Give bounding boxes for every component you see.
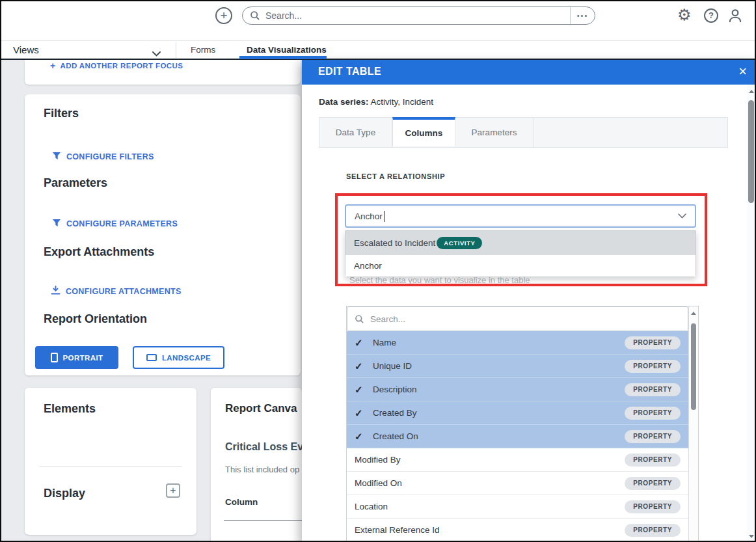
edit-table-title: EDIT TABLE — [318, 66, 381, 77]
elements-heading: Elements — [44, 402, 96, 416]
landscape-icon — [146, 354, 157, 361]
data-series-value: Activity, Incident — [369, 97, 434, 107]
property-badge: PROPERTY — [625, 383, 681, 396]
relationship-dropdown-menu: Escalated to Incident ACTIVITY Anchor — [345, 230, 696, 277]
panel-scrollbar[interactable] — [747, 85, 756, 542]
settings-gear-icon[interactable]: ⚙ — [677, 6, 692, 24]
property-badge: PROPERTY — [625, 454, 681, 467]
elements-divider — [39, 466, 182, 467]
help-icon[interactable]: ? — [704, 8, 718, 23]
column-row-modified-by[interactable]: Modified By PROPERTY — [347, 448, 688, 472]
panel-scrollbar-thumb[interactable] — [748, 100, 754, 203]
filter-funnel-icon — [52, 152, 61, 162]
report-canvas-heading: Report Canva — [225, 402, 297, 415]
column-search[interactable] — [347, 306, 688, 331]
global-search[interactable]: ••• — [242, 7, 595, 25]
option-escalated-to-incident[interactable]: Escalated to Incident ACTIVITY — [345, 231, 695, 255]
elements-card: Elements Display + — [25, 388, 196, 535]
report-canvas-card: Report Canva Critical Loss Ev This list … — [211, 388, 302, 542]
user-avatar-icon[interactable] — [727, 7, 744, 27]
check-icon: ✓ — [355, 431, 373, 442]
report-orientation-heading: Report Orientation — [44, 312, 147, 326]
check-icon: ✓ — [355, 337, 373, 349]
filters-heading: Filters — [44, 107, 79, 120]
add-report-focus-link[interactable]: + ADD ANOTHER REPORT FOCUS — [50, 61, 183, 71]
activity-badge: ACTIVITY — [437, 237, 482, 249]
plus-icon: + — [50, 61, 56, 71]
nav-divider — [176, 42, 176, 58]
configure-attachments-label: CONFIGURE ATTACHMENTS — [66, 287, 182, 296]
property-badge: PROPERTY — [625, 430, 681, 443]
tab-data-visualizations[interactable]: Data Visualizations — [247, 45, 327, 55]
configure-attachments-link[interactable]: CONFIGURE ATTACHMENTS — [51, 286, 182, 297]
tab-data-type[interactable]: Data Type — [319, 118, 392, 147]
portrait-button[interactable]: PORTRAIT — [35, 346, 118, 369]
row-label: Description — [373, 385, 417, 394]
export-attachments-heading: Export Attachments — [44, 245, 154, 259]
relationship-combobox[interactable]: Anchor — [345, 204, 696, 228]
report-canvas-clip: Report Canva Critical Loss Ev This list … — [211, 388, 302, 542]
check-icon: ✓ — [355, 384, 373, 396]
ellipsis-icon: ••• — [577, 12, 589, 20]
search-icon — [355, 314, 364, 324]
edit-table-header: EDIT TABLE × — [302, 60, 756, 85]
data-series-label: Data series: — [319, 97, 369, 107]
property-badge: PROPERTY — [625, 524, 681, 537]
canvas-report-subtitle: This list included op — [225, 465, 299, 474]
tab-columns[interactable]: Columns — [392, 117, 455, 146]
plus-icon: + — [170, 485, 176, 496]
list-scrollbar-thumb[interactable] — [691, 323, 696, 410]
edit-table-tabs: Data Type Columns Parameters — [319, 117, 728, 148]
filter-funnel-icon — [52, 219, 61, 229]
row-label: External Reference Id — [355, 525, 440, 535]
search-input[interactable] — [265, 10, 570, 21]
configure-parameters-link[interactable]: CONFIGURE PARAMETERS — [52, 219, 178, 229]
data-series-line: Data series: Activity, Incident — [319, 97, 433, 107]
scroll-down-icon[interactable] — [749, 535, 754, 538]
column-row-unique-id[interactable]: ✓ Unique ID PROPERTY — [347, 355, 688, 378]
search-more-options[interactable]: ••• — [570, 7, 595, 24]
property-badge: PROPERTY — [625, 477, 681, 490]
list-scrollbar[interactable] — [688, 306, 698, 542]
option-label: Escalated to Incident — [354, 238, 435, 248]
relationship-input-value: Anchor — [355, 211, 383, 221]
scroll-up-icon[interactable] — [691, 312, 696, 315]
plus-icon: + — [220, 8, 227, 22]
chevron-down-icon[interactable] — [678, 213, 686, 219]
text-cursor — [384, 211, 385, 222]
column-row-modified-on[interactable]: Modified On PROPERTY — [347, 472, 688, 495]
column-row-created-by[interactable]: ✓ Created By PROPERTY — [347, 401, 688, 425]
scroll-up-icon[interactable] — [749, 90, 754, 93]
tab-parameters[interactable]: Parameters — [455, 118, 533, 147]
landscape-button[interactable]: LANDSCAPE — [133, 346, 224, 369]
topbar: + ••• ⚙ ? — [1, 1, 755, 40]
download-icon — [51, 286, 61, 297]
option-anchor[interactable]: Anchor — [345, 255, 695, 277]
canvas-report-title: Critical Loss Ev — [225, 441, 302, 453]
views-dropdown[interactable]: Views — [13, 44, 39, 55]
column-row-external-reference-id[interactable]: External Reference Id PROPERTY — [347, 519, 688, 542]
property-badge: PROPERTY — [625, 336, 681, 349]
row-label: Modified On — [355, 478, 402, 488]
configure-filters-link[interactable]: CONFIGURE FILTERS — [52, 152, 154, 162]
tab-forms[interactable]: Forms — [191, 45, 215, 55]
add-button[interactable]: + — [215, 7, 232, 24]
report-focus-card: + ADD ANOTHER REPORT FOCUS — [25, 60, 301, 85]
column-row-created-on[interactable]: ✓ Created On PROPERTY — [347, 425, 688, 448]
column-row-name[interactable]: ✓ Name PROPERTY — [347, 331, 688, 355]
close-icon[interactable]: × — [738, 62, 747, 81]
column-search-input[interactable] — [370, 314, 688, 324]
chevron-down-icon[interactable] — [152, 47, 161, 59]
row-label: Unique ID — [373, 361, 412, 371]
add-display-button[interactable]: + — [166, 483, 180, 498]
column-row-location[interactable]: Location PROPERTY — [347, 495, 688, 519]
row-label: Created On — [373, 431, 418, 441]
view-nav: Views Forms Data Visualizations — [1, 40, 755, 60]
option-label: Anchor — [354, 261, 382, 271]
row-label: Modified By — [355, 455, 401, 465]
configure-filters-label: CONFIGURE FILTERS — [66, 152, 154, 161]
search-icon — [250, 10, 260, 21]
column-row-description[interactable]: ✓ Description PROPERTY — [347, 378, 688, 401]
property-badge: PROPERTY — [625, 407, 681, 420]
row-label: Location — [355, 502, 388, 511]
